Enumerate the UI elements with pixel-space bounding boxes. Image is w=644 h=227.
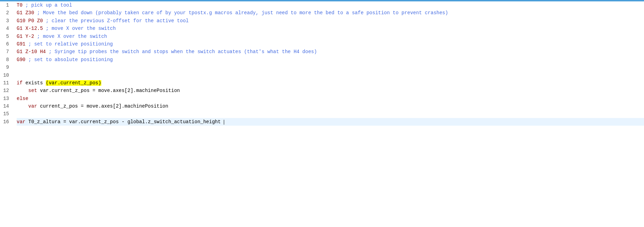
- line-number: 12: [3, 87, 9, 94]
- code-line[interactable]: G1 Y-2 ; move X over the switch: [17, 33, 644, 40]
- line-number: 11: [3, 79, 9, 87]
- code-line[interactable]: var T0_z_altura = var.current_z_pos - gl…: [17, 118, 644, 126]
- token-keyword-if: if: [17, 80, 23, 86]
- token-gcode-cmd: G91: [17, 41, 25, 47]
- token-comment: ; move X over the switch: [46, 26, 116, 31]
- token-gcode-cmd: T0: [17, 2, 23, 8]
- token-comment: ; move X over the switch: [37, 34, 107, 39]
- editor-container: 12345678910111213141516 T0 ; pick up a t…: [0, 1, 644, 227]
- token-gcode-cmd: G1 X-12.5: [17, 26, 43, 31]
- token-comment: ; set to relative positioning: [28, 41, 113, 47]
- token-normal: current_z_pos = move.axes[2].machinePosi…: [37, 103, 168, 109]
- code-line[interactable]: G1 Z-10 H4 ; Syringe tip probes the swit…: [17, 48, 644, 56]
- code-content[interactable]: T0 ; pick up a toolG1 Z30 ; Move the bed…: [12, 1, 644, 227]
- line-number: 16: [3, 118, 9, 126]
- token-comment: ; Move the bed down (probably taken care…: [37, 10, 448, 16]
- token-keyword-var: var: [28, 103, 37, 109]
- token-normal: [43, 18, 46, 24]
- token-comment: ; Syringe tip probes the switch and stop…: [49, 49, 317, 54]
- line-number: 15: [3, 110, 9, 118]
- code-line[interactable]: G91 ; set to relative positioning: [17, 40, 644, 48]
- code-line[interactable]: set var.current_z_pos = move.axes[2].mac…: [17, 87, 644, 94]
- token-gcode-cmd: G90: [17, 57, 25, 62]
- token-normal: [43, 26, 46, 31]
- token-normal: [17, 103, 28, 109]
- code-line[interactable]: G90 ; set to absolute positioning: [17, 56, 644, 64]
- line-number: 6: [3, 40, 9, 48]
- code-line[interactable]: T0 ; pick up a tool: [17, 1, 644, 9]
- code-line[interactable]: [17, 64, 644, 71]
- code-line[interactable]: G10 P0 Z0 ; clear the previous Z-offset …: [17, 17, 644, 25]
- line-numbers: 12345678910111213141516: [0, 1, 12, 227]
- code-line[interactable]: G1 X-12.5 ; move X over the switch: [17, 25, 644, 32]
- code-line[interactable]: var current_z_pos = move.axes[2].machine…: [17, 102, 644, 110]
- token-normal: T0_z_altura = var.current_z_pos - global…: [25, 119, 223, 125]
- token-normal: [17, 88, 28, 93]
- token-comment: ; pick up a tool: [25, 2, 72, 8]
- token-comment: ; clear the previous Z-offset for the ac…: [46, 18, 189, 24]
- text-cursor: [224, 120, 224, 125]
- token-normal: [25, 41, 28, 47]
- line-number: 2: [3, 9, 9, 17]
- token-keyword-var: var: [17, 119, 25, 125]
- token-comment: ; set to absolute positioning: [28, 57, 113, 62]
- token-normal: [34, 34, 37, 39]
- line-number: 13: [3, 95, 9, 102]
- line-number: 3: [3, 17, 9, 25]
- code-line[interactable]: else: [17, 95, 644, 102]
- token-gcode-cmd: G1 Z-10 H4: [17, 49, 46, 54]
- token-normal: [34, 10, 37, 16]
- line-number: 8: [3, 56, 9, 64]
- code-line[interactable]: [17, 72, 644, 79]
- token-normal: exists: [23, 80, 46, 86]
- line-number: 7: [3, 48, 9, 56]
- code-line[interactable]: G1 Z30 ; Move the bed down (probably tak…: [17, 9, 644, 17]
- token-gcode-cmd: G1 Z30: [17, 10, 34, 16]
- token-gcode-cmd: G10 P0 Z0: [17, 18, 43, 24]
- token-normal: [25, 57, 28, 62]
- token-normal: [23, 2, 25, 8]
- token-highlight-yellow: (var.current_z_pos): [46, 80, 101, 86]
- token-keyword-set: set: [28, 88, 37, 93]
- line-number: 10: [3, 72, 9, 79]
- code-area[interactable]: 12345678910111213141516 T0 ; pick up a t…: [0, 1, 644, 227]
- code-line[interactable]: [17, 110, 644, 118]
- token-gcode-cmd: G1 Y-2: [17, 34, 34, 39]
- line-number: 1: [3, 1, 9, 9]
- line-number: 9: [3, 64, 9, 71]
- line-number: 4: [3, 25, 9, 32]
- code-line[interactable]: if exists (var.current_z_pos): [17, 79, 644, 87]
- line-number: 5: [3, 33, 9, 40]
- token-keyword-else: else: [17, 96, 28, 101]
- token-normal: var.current_z_pos = move.axes[2].machine…: [37, 88, 180, 93]
- line-number: 14: [3, 102, 9, 110]
